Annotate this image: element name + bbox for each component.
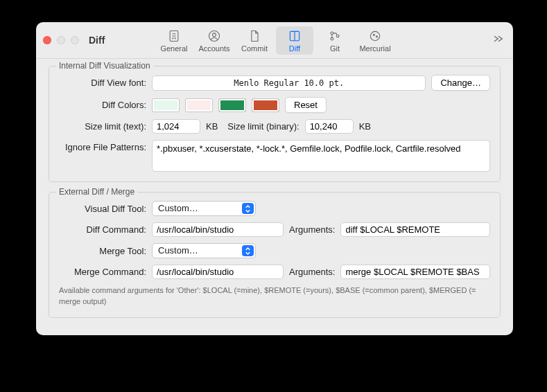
visual-diff-tool-select[interactable]: Custom… — [152, 201, 256, 216]
size-binary-input[interactable] — [305, 119, 354, 134]
tab-label: Diff — [289, 44, 300, 53]
merge-command-input[interactable] — [152, 265, 284, 279]
minimize-window-button[interactable] — [57, 36, 65, 44]
svg-point-14 — [376, 36, 378, 37]
select-value: Custom… — [158, 245, 198, 256]
git-icon — [328, 29, 342, 43]
color-removed-dark[interactable] — [252, 98, 279, 112]
diff-colors-label: Diff Colors: — [59, 100, 146, 110]
svg-point-10 — [331, 37, 333, 40]
size-text-input[interactable] — [152, 119, 200, 134]
size-binary-unit: KB — [359, 121, 371, 132]
diff-arguments-label: Arguments: — [289, 224, 335, 235]
tab-git[interactable]: Git — [316, 26, 354, 55]
chevron-up-down-icon — [244, 246, 252, 256]
group-legend: External Diff / Merge — [56, 187, 137, 197]
merge-arguments-label: Arguments: — [289, 267, 335, 277]
size-text-unit: KB — [206, 121, 218, 132]
ignore-patterns-input[interactable] — [152, 140, 490, 172]
tab-diff[interactable]: Diff — [276, 26, 313, 55]
tab-label: Mercurial — [359, 44, 390, 53]
tab-label: Commit — [241, 44, 268, 53]
merge-command-label: Merge Command: — [59, 267, 146, 277]
internal-diff-group: Internal Diff Visualization Diff View fo… — [49, 66, 501, 182]
visual-diff-tool-label: Visual Diff Tool: — [59, 204, 146, 214]
titlebar: Diff General Accounts Commit — [36, 22, 513, 59]
close-window-button[interactable] — [43, 36, 51, 44]
svg-point-4 — [175, 38, 175, 39]
svg-point-11 — [336, 35, 339, 37]
size-text-label: Size limit (text): — [59, 121, 146, 132]
svg-point-9 — [331, 32, 333, 35]
tab-label: Git — [330, 44, 340, 53]
window-body: Internal Diff Visualization Diff View fo… — [36, 59, 513, 335]
toolbar-overflow-button[interactable] — [492, 33, 505, 47]
diff-font-label: Diff View font: — [59, 78, 146, 88]
preferences-window: Diff General Accounts Commit — [36, 22, 513, 335]
diff-command-label: Diff Command: — [59, 224, 146, 235]
svg-point-6 — [213, 33, 216, 37]
diff-command-input[interactable] — [152, 222, 284, 237]
tab-commit[interactable]: Commit — [236, 26, 273, 55]
size-binary-label: Size limit (binary): — [227, 121, 299, 132]
tab-accounts[interactable]: Accounts — [196, 26, 233, 55]
window-controls — [43, 36, 79, 44]
ignore-patterns-label: Ignore File Patterns: — [59, 140, 146, 152]
color-added-light[interactable] — [152, 98, 180, 112]
merge-arguments-input[interactable] — [340, 265, 490, 279]
diff-arguments-input[interactable] — [340, 222, 490, 237]
zoom-window-button[interactable] — [71, 36, 79, 44]
svg-point-3 — [173, 38, 173, 39]
tab-mercurial[interactable]: Mercurial — [356, 26, 394, 55]
merge-tool-select[interactable]: Custom… — [152, 243, 256, 258]
svg-point-12 — [370, 31, 379, 40]
color-removed-light[interactable] — [185, 98, 213, 112]
group-legend: Internal Diff Visualization — [56, 61, 153, 71]
diff-icon — [288, 29, 302, 43]
toolbar-tabs: General Accounts Commit Diff — [155, 26, 394, 55]
svg-point-13 — [373, 34, 374, 35]
external-diff-group: External Diff / Merge Visual Diff Tool: … — [49, 192, 501, 318]
tab-label: General — [160, 44, 187, 53]
tab-general[interactable]: General — [155, 26, 193, 55]
user-icon — [207, 29, 221, 43]
mercurial-icon — [368, 29, 382, 43]
window-title: Diff — [89, 35, 105, 46]
reset-colors-button[interactable]: Reset — [285, 97, 327, 113]
arguments-hint: Available command arguments for 'Other':… — [59, 285, 490, 308]
document-icon — [248, 29, 261, 43]
change-font-button[interactable]: Change… — [431, 75, 490, 91]
diff-font-display: Menlo Regular 10.0 pt. — [152, 75, 426, 91]
sliders-icon — [167, 29, 181, 43]
color-added-dark[interactable] — [218, 98, 246, 112]
tab-label: Accounts — [198, 44, 229, 53]
merge-tool-label: Merge Tool: — [59, 246, 146, 256]
chevron-up-down-icon — [244, 204, 252, 214]
select-value: Custom… — [158, 203, 198, 213]
